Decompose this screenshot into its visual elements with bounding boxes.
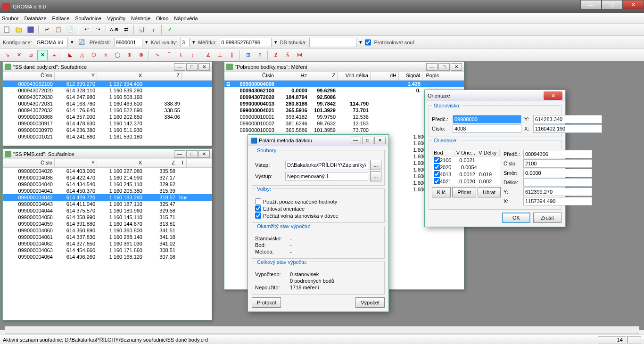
- delka-input[interactable]: [523, 178, 592, 187]
- ubrat-button[interactable]: Ubrat: [478, 187, 501, 197]
- menu-vypocty[interactable]: Výpočty: [107, 16, 125, 21]
- table-row[interactable]: 099000000917614 478.9301 160 142.370: [3, 120, 212, 127]
- maximize-button[interactable]: □: [362, 137, 373, 144]
- ok-button[interactable]: OK: [502, 213, 530, 223]
- chart-icon[interactable]: 📊: [137, 25, 147, 35]
- orient-row[interactable]: 40210.00200.002: [432, 178, 500, 185]
- y2-input[interactable]: [523, 188, 592, 196]
- table-row[interactable]: 099000004044614 375.5701 160 180.960329.…: [3, 207, 212, 214]
- zrusit-button[interactable]: Zrušit: [533, 213, 561, 223]
- table-row[interactable]: 099000004059614 391.8801 160 144.670313.…: [3, 221, 212, 227]
- menu-editace[interactable]: Editace: [52, 16, 70, 21]
- table-row[interactable]: 099000000970614 236.3801 160 511.930: [3, 127, 212, 133]
- calc-icon[interactable]: ⊼: [282, 50, 293, 60]
- calc-icon[interactable]: ⌒: [164, 50, 174, 60]
- calc-icon[interactable]: ∥: [227, 50, 237, 60]
- x2-input[interactable]: [523, 197, 592, 205]
- browse-button[interactable]: ...: [370, 171, 381, 181]
- table-body[interactable]: 099000004028614 403.0001 160 227.080335.…: [3, 168, 212, 319]
- check-icon[interactable]: ✓: [165, 25, 175, 35]
- paste-icon[interactable]: 📄: [65, 25, 75, 35]
- orientace-table[interactable]: BodV Orie...V Délky 21000.00212020-0.005…: [432, 149, 500, 185]
- protokol-checkbox[interactable]: [365, 38, 371, 47]
- copy-icon[interactable]: 📋: [53, 25, 64, 35]
- orient-row[interactable]: 21000.0021: [432, 156, 500, 164]
- maximize-button[interactable]: □: [602, 0, 623, 9]
- cislo-input[interactable]: [453, 124, 521, 133]
- orient-row[interactable]: 2020-0.0054: [432, 164, 500, 171]
- table-row[interactable]: 000943072032614 176.6401 160 522.890338.…: [3, 107, 212, 114]
- calc-icon[interactable]: ◯: [112, 50, 123, 60]
- dropdown-icon[interactable]: ▾: [274, 39, 277, 45]
- calc-icon[interactable]: ∡: [203, 50, 214, 60]
- calc-icon[interactable]: ⊕: [124, 50, 134, 60]
- menu-nastroje[interactable]: Nástroje: [131, 16, 150, 21]
- dialog-titlebar[interactable]: 🟦 Polární metoda dávkou —□✕: [248, 135, 388, 146]
- table-row[interactable]: ⊟0990000040081.435: [224, 81, 464, 87]
- table-row[interactable]: 099000004042614 429.7201 160 183.280318.…: [3, 194, 212, 201]
- undo-icon[interactable]: ↶: [81, 25, 91, 35]
- x-input[interactable]: [533, 124, 602, 133]
- table-row[interactable]: 099000004062614 327.6501 160 361.030341.…: [3, 240, 212, 247]
- y-input[interactable]: [533, 115, 602, 123]
- table-row[interactable]: 099000001021614 241.8601 161 530.180: [3, 133, 212, 140]
- calc-icon[interactable]: ?: [255, 50, 265, 60]
- table-row[interactable]: 000943072030614 247.9801 160 508.160: [3, 94, 212, 100]
- calc-icon[interactable]: ⤹: [175, 50, 186, 60]
- calc-icon[interactable]: ◣: [65, 50, 75, 60]
- maximize-button[interactable]: □: [186, 150, 198, 158]
- table-row[interactable]: 099000004064614 496.2601 160 168.120307.…: [3, 254, 212, 260]
- orient-checkbox[interactable]: [434, 164, 440, 170]
- calc-icon[interactable]: ⊥: [215, 50, 225, 60]
- orient-row[interactable]: 40130.00120.019: [432, 171, 500, 178]
- table-row[interactable]: 099000004038614 422.4701 160 214.990327.…: [3, 174, 212, 181]
- opt1-checkbox[interactable]: [255, 198, 261, 205]
- horizontal-scrollbar[interactable]: [5, 326, 639, 334]
- close-button[interactable]: ✕: [198, 63, 210, 71]
- calc-icon[interactable]: ↕: [187, 50, 198, 60]
- minimize-button[interactable]: —: [350, 137, 361, 144]
- refresh-icon[interactable]: 🔄: [76, 37, 87, 48]
- calc-icon[interactable]: ⬡: [89, 50, 99, 60]
- table-row[interactable]: 099000004043614 411.0401 160 187.110325.…: [3, 201, 212, 207]
- calc-icon[interactable]: ⊗: [136, 50, 146, 60]
- opt3-checkbox[interactable]: [255, 213, 261, 219]
- predcisli-input[interactable]: [114, 38, 142, 47]
- dialog-titlebar[interactable]: Orientace ✕: [425, 90, 565, 101]
- redo-icon[interactable]: ↷: [93, 25, 103, 35]
- predc2-input[interactable]: [523, 150, 592, 158]
- open-icon[interactable]: [14, 25, 24, 35]
- pridat-button[interactable]: Přidat: [452, 187, 476, 197]
- klic-button[interactable]: Klíč: [432, 187, 451, 197]
- window-titlebar[interactable]: "Pobrobne bodiky.mes": Měření —□✕: [224, 62, 464, 72]
- new-icon[interactable]: [2, 25, 12, 35]
- orient-checkbox[interactable]: [434, 171, 440, 177]
- calc-icon[interactable]: ⊿: [25, 50, 36, 60]
- dropdown-icon[interactable]: ▾: [192, 39, 195, 45]
- maximize-button[interactable]: □: [438, 63, 450, 71]
- info-icon[interactable]: i: [149, 25, 159, 35]
- minimize-button[interactable]: —: [426, 63, 438, 71]
- minimize-button[interactable]: —: [580, 0, 602, 9]
- calc-icon[interactable]: ✕: [37, 50, 48, 60]
- table-row[interactable]: 099000004060614 360.8901 160 360.800341.…: [3, 227, 212, 234]
- calc-icon[interactable]: ⋈: [294, 50, 305, 60]
- window-titlebar[interactable]: "SS PMS.crd": Souřadnice —□✕: [3, 149, 212, 159]
- calc-icon[interactable]: ✕: [14, 50, 24, 60]
- opt2-checkbox[interactable]: [255, 205, 261, 212]
- smer-input[interactable]: [523, 169, 592, 177]
- menu-napoveda[interactable]: Nápověda: [174, 16, 198, 21]
- calc-icon[interactable]: ÷: [49, 50, 59, 60]
- table-row[interactable]: 099000004040614 434.5401 160 245.110329.…: [3, 181, 212, 188]
- table-row[interactable]: 099000004041614 450.3701 160 205.380315.…: [3, 188, 212, 194]
- dropdown-icon[interactable]: ▾: [71, 39, 74, 45]
- browse-button[interactable]: ...: [370, 160, 381, 170]
- table-row[interactable]: 000943062100612 399.2701 157 394.490: [3, 81, 212, 87]
- arrows-icon[interactable]: ⇄: [121, 25, 131, 35]
- calc-icon[interactable]: ↘: [2, 50, 12, 60]
- calc-icon[interactable]: ⊻: [271, 50, 281, 60]
- close-button[interactable]: ✕: [544, 91, 562, 100]
- table-row[interactable]: 099000004061614 337.8301 160 288.140341.…: [3, 234, 212, 240]
- vystup-input[interactable]: [285, 172, 368, 180]
- window-titlebar[interactable]: "SS dané body.crd": Souřadnice —□✕: [3, 62, 212, 72]
